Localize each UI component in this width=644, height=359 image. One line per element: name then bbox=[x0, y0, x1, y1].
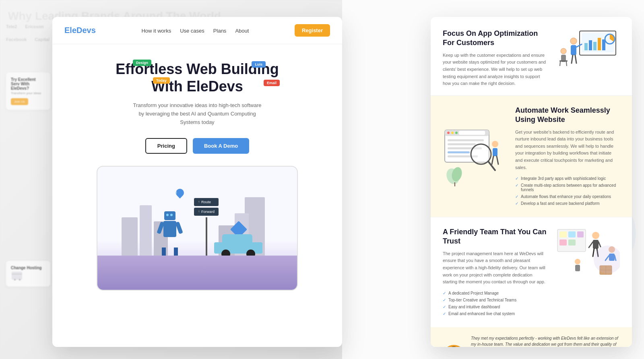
robot-head bbox=[164, 211, 175, 220]
svg-point-48 bbox=[592, 232, 599, 239]
logo-devs: Devs bbox=[76, 26, 96, 35]
automate-bullets: Integrate 3rd party apps with sophistica… bbox=[515, 175, 620, 207]
bg-card2-title: Change Hosting bbox=[11, 266, 45, 270]
brand-facebook: Facebook bbox=[6, 37, 27, 42]
svg-line-51 bbox=[599, 242, 601, 247]
svg-point-2 bbox=[19, 279, 21, 281]
car-top bbox=[222, 234, 252, 243]
logo-ele: Ele bbox=[64, 26, 76, 35]
bg-card-join-button[interactable]: Join Us bbox=[11, 98, 28, 105]
hero-title: Effortless Web Building With EleDevs bbox=[85, 60, 310, 95]
svg-point-24 bbox=[447, 132, 450, 134]
team-bullet-1: A dedicated Project Manage bbox=[443, 290, 547, 297]
svg-rect-31 bbox=[448, 151, 470, 153]
team-bullet-4: Email and enhanced live chat system bbox=[443, 310, 547, 317]
svg-rect-27 bbox=[459, 131, 485, 135]
svg-point-26 bbox=[455, 132, 458, 134]
team-illustration bbox=[555, 227, 620, 284]
svg-point-66 bbox=[449, 347, 459, 347]
building-2 bbox=[140, 205, 152, 258]
team-bullets: A dedicated Project Manage Top-tier Crea… bbox=[443, 290, 547, 317]
svg-point-35 bbox=[492, 141, 498, 147]
nav-use-cases[interactable]: Use cases bbox=[180, 28, 204, 34]
hero-subtitle: Transform your innovative ideas into hig… bbox=[133, 101, 262, 126]
svg-rect-36 bbox=[493, 148, 497, 156]
team-bullet-3: Easy and intuitive dashboard bbox=[443, 303, 547, 310]
testimonial-quote: They met my expectations perfectly - wor… bbox=[471, 335, 620, 347]
bullet-1: Integrate 3rd party apps with sophistica… bbox=[515, 175, 620, 182]
nav-how-it-works[interactable]: How it works bbox=[141, 28, 171, 34]
svg-line-21 bbox=[566, 62, 567, 66]
pricing-button[interactable]: Pricing bbox=[145, 138, 187, 154]
svg-line-52 bbox=[593, 249, 594, 256]
robot-body bbox=[163, 221, 176, 237]
car bbox=[214, 236, 262, 258]
sign-pole bbox=[206, 217, 207, 258]
svg-point-17 bbox=[561, 48, 566, 54]
svg-point-1 bbox=[14, 279, 16, 281]
sign-board-2: ↑ Forward bbox=[194, 208, 219, 216]
svg-rect-29 bbox=[448, 143, 476, 145]
badge-luis: Luis bbox=[252, 61, 266, 68]
nav-plans[interactable]: Plans bbox=[213, 28, 227, 34]
svg-line-20 bbox=[560, 62, 560, 66]
testimonial-content: They met my expectations perfectly - wor… bbox=[471, 335, 620, 347]
team-title: A Friendly Team That You Can Trust bbox=[443, 227, 547, 246]
testimonial-avatar bbox=[443, 345, 465, 347]
svg-rect-62 bbox=[575, 265, 580, 271]
svg-rect-44 bbox=[568, 231, 576, 237]
svg-rect-47 bbox=[577, 231, 584, 237]
team-section: A Friendly Team That You Can Trust The p… bbox=[431, 217, 632, 327]
svg-line-50 bbox=[589, 242, 593, 248]
robot-character bbox=[158, 211, 182, 260]
logo: EleDevs bbox=[64, 26, 96, 35]
svg-rect-43 bbox=[559, 231, 567, 237]
app-optimization-section: Focus On App Optimization For Customers … bbox=[431, 17, 632, 96]
demo-button[interactable]: Book A Demo bbox=[193, 138, 249, 154]
automate-illustration bbox=[443, 124, 507, 188]
svg-rect-46 bbox=[568, 239, 576, 246]
svg-line-38 bbox=[497, 156, 498, 164]
nav-links: How it works Use cases Plans About bbox=[141, 27, 249, 34]
bg-card-try-excellent: Try Excellent Serv With EleDevs? Transfo… bbox=[6, 72, 50, 110]
hero-buttons: Pricing Book A Demo bbox=[85, 138, 310, 154]
bg-card-sub: Transform your ideas bbox=[11, 91, 45, 95]
register-button[interactable]: Register bbox=[295, 24, 330, 37]
brand-ericsson: Ericsson bbox=[25, 24, 43, 29]
hero-section: Design Today Luis Email Effortless Web B… bbox=[52, 44, 342, 299]
app-optimization-desc: Keep up with the customer expectations a… bbox=[443, 52, 547, 87]
bg-card2-sub bbox=[11, 271, 45, 282]
nav-about[interactable]: About bbox=[235, 28, 249, 34]
bullet-3: Automate flows that enhance your daily o… bbox=[515, 193, 620, 200]
automate-title: Automate Work Seamlessly Using Website bbox=[515, 106, 620, 125]
svg-point-25 bbox=[451, 132, 454, 134]
bg-card-hosting: Change Hosting bbox=[6, 261, 50, 287]
svg-line-37 bbox=[492, 156, 493, 164]
svg-rect-6 bbox=[584, 43, 588, 50]
team-bullet-2: Top-tier Creative and Technical Teams bbox=[443, 297, 547, 303]
features-card: Focus On App Optimization For Customers … bbox=[431, 17, 632, 347]
svg-rect-9 bbox=[598, 38, 601, 50]
hero-illustration: ↑ Route ↑ Forward bbox=[97, 166, 298, 291]
svg-rect-13 bbox=[571, 45, 576, 55]
svg-point-12 bbox=[570, 38, 577, 44]
badge-today: Today bbox=[153, 77, 170, 84]
svg-rect-8 bbox=[593, 42, 597, 50]
robot-scene: ↑ Route ↑ Forward bbox=[97, 167, 297, 290]
svg-line-15 bbox=[572, 55, 573, 63]
svg-rect-19 bbox=[559, 60, 568, 62]
svg-line-16 bbox=[575, 55, 576, 63]
bullet-2: Create multi-step actions between apps f… bbox=[515, 182, 620, 193]
team-text: A Friendly Team That You Can Trust The p… bbox=[443, 227, 547, 317]
badge-design: Design bbox=[133, 60, 151, 66]
sign-board-1: ↑ Route bbox=[194, 198, 219, 206]
eledevs-website-card: EleDevs How it works Use cases Plans Abo… bbox=[52, 17, 342, 347]
team-desc: The project management team here at WeDe… bbox=[443, 250, 547, 286]
website-navbar: EleDevs How it works Use cases Plans Abo… bbox=[52, 17, 342, 44]
app-optimization-text: Focus On App Optimization For Customers … bbox=[443, 29, 547, 87]
testimonial-section: They met my expectations perfectly - wor… bbox=[431, 327, 632, 347]
svg-rect-45 bbox=[559, 239, 567, 246]
app-optimization-illustration bbox=[555, 29, 620, 77]
building-1 bbox=[122, 217, 138, 258]
robot-arm-right bbox=[175, 221, 183, 234]
